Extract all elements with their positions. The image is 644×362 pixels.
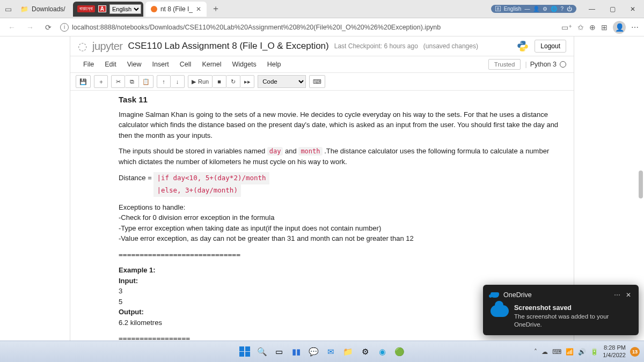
- restart-button[interactable]: ↻: [226, 75, 240, 88]
- address-bar: ← → ⟳ i localhost:8888/notebooks/Downloa…: [0, 18, 644, 36]
- copy-button[interactable]: ⧉: [125, 75, 139, 88]
- window-controls: — ▢ ✕: [584, 2, 641, 17]
- logout-button[interactable]: Logout: [535, 40, 566, 53]
- site-info-icon[interactable]: i: [60, 23, 69, 32]
- toast-more-icon[interactable]: ⋯: [614, 291, 621, 299]
- task-title: Task 11: [119, 94, 566, 106]
- menu-edit[interactable]: Edit: [99, 58, 122, 70]
- menu-view[interactable]: View: [122, 58, 147, 70]
- maximize-button[interactable]: ▢: [604, 2, 620, 17]
- exceptions-block: Exceptions to handle: -Check for 0 divis…: [119, 202, 566, 244]
- globe-icon: 🌐: [551, 6, 557, 12]
- refresh-button[interactable]: ⟳: [42, 21, 55, 34]
- tab-avro[interactable]: বায়ান্নো A English: [73, 2, 143, 17]
- chevron-up-icon[interactable]: ˄: [534, 348, 537, 356]
- save-button[interactable]: 💾: [76, 75, 91, 88]
- menu-widgets[interactable]: Widgets: [227, 58, 262, 70]
- date-label: 1/4/2022: [603, 352, 626, 359]
- battery-icon[interactable]: 🔋: [590, 348, 598, 356]
- inputs-paragraph: The inputs should be stored in variables…: [119, 146, 566, 167]
- move-down-button[interactable]: ↓: [171, 75, 185, 88]
- close-icon[interactable]: ✕: [196, 5, 201, 13]
- kernel-indicator[interactable]: | Python 3: [525, 61, 566, 68]
- forward-button[interactable]: →: [24, 21, 36, 34]
- translate-icon: 🄰: [495, 6, 501, 12]
- help-circle-icon: ?: [560, 6, 564, 12]
- kernel-name: Python 3: [530, 61, 557, 68]
- unsaved-label: (unsaved changes): [423, 42, 478, 50]
- url-field[interactable]: i localhost:8888/notebooks/Downloads/CSE…: [60, 23, 556, 32]
- start-button[interactable]: [238, 345, 252, 359]
- favorite-icon[interactable]: ✩: [577, 23, 584, 32]
- volume-icon[interactable]: 🔊: [578, 348, 586, 356]
- notification-badge[interactable]: 13: [630, 347, 640, 357]
- tab-label: nt 8 (File I_: [160, 5, 193, 13]
- profile-avatar[interactable]: 👤: [613, 21, 626, 34]
- command-palette-button[interactable]: ⌨: [309, 75, 325, 88]
- edge-icon[interactable]: ◉: [375, 345, 389, 359]
- settings-icon[interactable]: ⚙: [358, 345, 372, 359]
- sidebar-toggle-icon[interactable]: ▭: [3, 4, 13, 14]
- separator: =============================: [119, 249, 566, 260]
- run-button[interactable]: ▶ Run: [188, 75, 213, 88]
- cut-button[interactable]: ✂: [111, 75, 125, 88]
- clock[interactable]: 8:28 PM 1/4/2022: [603, 344, 626, 358]
- wifi-icon[interactable]: 📶: [566, 348, 574, 356]
- close-button[interactable]: ✕: [625, 2, 641, 17]
- paste-button[interactable]: 📋: [139, 75, 153, 88]
- python-icon: [516, 40, 529, 53]
- trusted-badge[interactable]: Trusted: [488, 59, 521, 70]
- chrome-icon[interactable]: 🟢: [392, 345, 406, 359]
- celltype-select[interactable]: Code: [258, 75, 306, 88]
- tab-label: Downloads/: [32, 5, 65, 13]
- translate-badge[interactable]: 🄰 English — 👤 ⚙ 🌐 ? ⏻: [491, 5, 576, 13]
- new-tab-button[interactable]: ＋: [209, 2, 223, 16]
- add-cell-button[interactable]: ＋: [94, 75, 108, 88]
- jupyter-header: ◌ jupyter CSE110 Lab Assignment 8 (File …: [70, 36, 574, 56]
- kernel-status-icon: [560, 61, 566, 68]
- menu-file[interactable]: File: [78, 58, 99, 70]
- mail-app-icon[interactable]: ✉: [324, 345, 338, 359]
- menu-cell[interactable]: Cell: [174, 58, 197, 70]
- var-day: day: [267, 147, 283, 156]
- language-select[interactable]: English: [109, 4, 141, 14]
- toast-title: Screenshot saved: [514, 304, 631, 312]
- translate-sep: —: [524, 6, 530, 12]
- menu-kernel[interactable]: Kernel: [196, 58, 226, 70]
- move-up-button[interactable]: ↑: [157, 75, 171, 88]
- taskview-button[interactable]: ▭: [272, 345, 286, 359]
- menu-help[interactable]: Help: [262, 58, 287, 70]
- person-icon: 👤: [533, 6, 539, 12]
- stop-button[interactable]: ■: [213, 75, 226, 88]
- formula-block: Distance = |if day<10, 5+(day*2)/month D…: [119, 172, 566, 197]
- chat-button[interactable]: 💬: [306, 345, 320, 359]
- onedrive-tray-icon[interactable]: ☁: [541, 348, 548, 356]
- search-button[interactable]: 🔍: [255, 345, 269, 359]
- browser-tab-strip: ▭ 📁 Downloads/ বায়ান্নো A English nt 8 …: [0, 0, 644, 18]
- system-tray: ˄ ☁ ⌨ 📶 🔊 🔋 8:28 PM 1/4/2022 13: [534, 344, 640, 358]
- keyboard-tray-icon[interactable]: ⌨: [552, 348, 561, 356]
- taskbar-center: 🔍 ▭ ▮▮ 💬 ✉ 📁 ⚙ ◉ 🟢: [238, 345, 406, 359]
- minimize-button[interactable]: —: [584, 2, 600, 17]
- notebook-title[interactable]: CSE110 Lab Assignment 8 (File I_O & Exce…: [128, 41, 329, 51]
- intro-paragraph: Imagine Salman Khan is going to the sets…: [119, 109, 566, 141]
- avro-a-badge: A: [98, 5, 106, 12]
- tab-notebook[interactable]: nt 8 (File I_ ✕: [145, 2, 207, 17]
- back-button[interactable]: ←: [5, 21, 18, 34]
- menu-insert[interactable]: Insert: [147, 58, 174, 70]
- page-scrollbar[interactable]: [638, 27, 643, 290]
- widgets-button[interactable]: ▮▮: [289, 345, 303, 359]
- jupyter-tab-icon: [151, 6, 157, 12]
- tab-downloads[interactable]: 📁 Downloads/: [15, 2, 71, 17]
- toast-close-button[interactable]: ✕: [626, 291, 631, 299]
- extensions-icon[interactable]: ⊞: [601, 23, 608, 32]
- collections-icon[interactable]: ⊕: [589, 23, 596, 32]
- explorer-icon[interactable]: 📁: [341, 345, 355, 359]
- checkpoint-label: Last Checkpoint: 6 hours ago: [334, 42, 418, 50]
- folder-icon: 📁: [20, 5, 28, 13]
- url-text: localhost:8888/notebooks/Downloads/CSE11…: [72, 24, 441, 31]
- time-label: 8:28 PM: [603, 344, 626, 351]
- reader-icon[interactable]: ▭⁺: [561, 23, 572, 32]
- restart-run-button[interactable]: ▸▸: [240, 75, 254, 88]
- jupyter-toolbar: 💾 ＋ ✂ ⧉ 📋 ↑ ↓ ▶ Run ■ ↻ ▸▸ Code ⌨: [70, 73, 574, 91]
